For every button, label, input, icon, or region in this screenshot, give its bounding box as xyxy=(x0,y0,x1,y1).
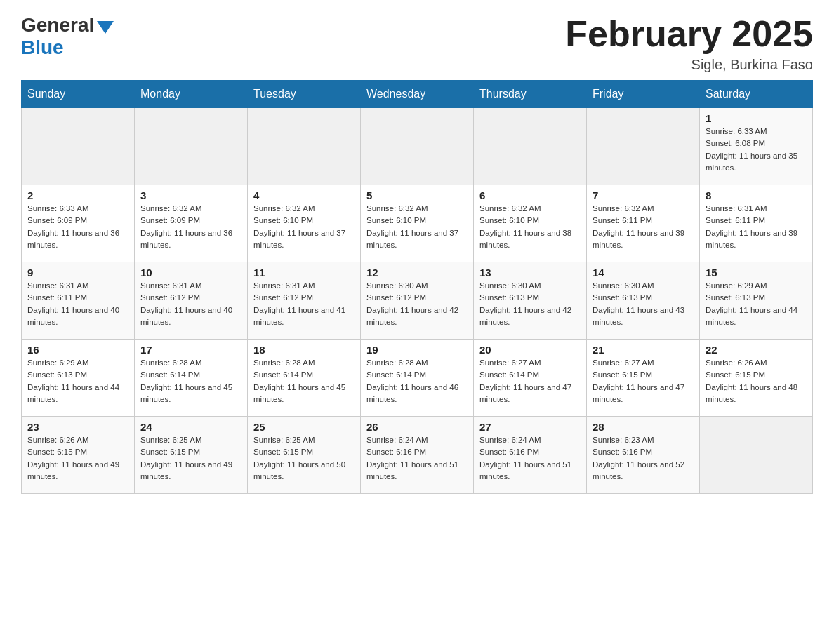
calendar-cell: 25Sunrise: 6:25 AM Sunset: 6:15 PM Dayli… xyxy=(248,417,361,494)
calendar-cell: 7Sunrise: 6:32 AM Sunset: 6:11 PM Daylig… xyxy=(587,185,700,262)
calendar-cell: 11Sunrise: 6:31 AM Sunset: 6:12 PM Dayli… xyxy=(248,262,361,340)
header-day-friday: Friday xyxy=(587,81,700,108)
calendar-week-row: 2Sunrise: 6:33 AM Sunset: 6:09 PM Daylig… xyxy=(22,185,813,262)
day-info: Sunrise: 6:31 AM Sunset: 6:12 PM Dayligh… xyxy=(253,280,355,328)
day-info: Sunrise: 6:31 AM Sunset: 6:12 PM Dayligh… xyxy=(140,280,241,328)
day-info: Sunrise: 6:24 AM Sunset: 6:16 PM Dayligh… xyxy=(366,434,468,483)
day-info: Sunrise: 6:23 AM Sunset: 6:16 PM Dayligh… xyxy=(593,434,694,483)
day-info: Sunrise: 6:32 AM Sunset: 6:10 PM Dayligh… xyxy=(253,203,355,251)
calendar-week-row: 9Sunrise: 6:31 AM Sunset: 6:11 PM Daylig… xyxy=(22,262,813,340)
day-info: Sunrise: 6:28 AM Sunset: 6:14 PM Dayligh… xyxy=(253,357,355,405)
day-number: 24 xyxy=(140,421,241,433)
calendar-cell xyxy=(700,417,813,494)
calendar-cell: 4Sunrise: 6:32 AM Sunset: 6:10 PM Daylig… xyxy=(248,185,361,262)
calendar-cell: 6Sunrise: 6:32 AM Sunset: 6:10 PM Daylig… xyxy=(474,185,587,262)
day-number: 23 xyxy=(27,421,128,433)
day-number: 19 xyxy=(366,344,468,356)
day-info: Sunrise: 6:29 AM Sunset: 6:13 PM Dayligh… xyxy=(706,280,807,328)
day-number: 8 xyxy=(706,189,807,201)
header-day-thursday: Thursday xyxy=(474,81,587,108)
calendar-week-row: 16Sunrise: 6:29 AM Sunset: 6:13 PM Dayli… xyxy=(22,340,813,417)
location: Sigle, Burkina Faso xyxy=(565,57,813,73)
day-info: Sunrise: 6:26 AM Sunset: 6:15 PM Dayligh… xyxy=(27,434,128,483)
calendar-cell: 3Sunrise: 6:32 AM Sunset: 6:09 PM Daylig… xyxy=(135,185,248,262)
day-info: Sunrise: 6:28 AM Sunset: 6:14 PM Dayligh… xyxy=(366,357,468,405)
day-number: 5 xyxy=(366,189,468,201)
day-number: 16 xyxy=(27,344,128,356)
day-number: 20 xyxy=(479,344,581,356)
calendar-cell: 13Sunrise: 6:30 AM Sunset: 6:13 PM Dayli… xyxy=(474,262,587,340)
day-info: Sunrise: 6:33 AM Sunset: 6:08 PM Dayligh… xyxy=(706,126,807,174)
day-number: 18 xyxy=(253,344,355,356)
day-number: 13 xyxy=(479,267,581,279)
calendar-cell: 20Sunrise: 6:27 AM Sunset: 6:14 PM Dayli… xyxy=(474,340,587,417)
day-number: 26 xyxy=(366,421,468,433)
calendar-cell: 24Sunrise: 6:25 AM Sunset: 6:15 PM Dayli… xyxy=(135,417,248,494)
day-number: 12 xyxy=(366,267,468,279)
day-number: 9 xyxy=(27,267,128,279)
day-number: 22 xyxy=(706,344,807,356)
header-day-monday: Monday xyxy=(135,81,248,108)
calendar-cell xyxy=(22,108,135,185)
calendar-cell xyxy=(248,108,361,185)
logo: General Blue xyxy=(21,14,114,59)
day-info: Sunrise: 6:32 AM Sunset: 6:09 PM Dayligh… xyxy=(140,203,241,251)
day-number: 2 xyxy=(27,189,128,201)
day-number: 17 xyxy=(140,344,241,356)
calendar-header-row: SundayMondayTuesdayWednesdayThursdayFrid… xyxy=(22,81,813,108)
header-day-wednesday: Wednesday xyxy=(361,81,474,108)
day-number: 28 xyxy=(593,421,694,433)
day-number: 25 xyxy=(253,421,355,433)
day-info: Sunrise: 6:32 AM Sunset: 6:10 PM Dayligh… xyxy=(366,203,468,251)
day-info: Sunrise: 6:28 AM Sunset: 6:14 PM Dayligh… xyxy=(140,357,241,405)
day-number: 4 xyxy=(253,189,355,201)
calendar-cell: 14Sunrise: 6:30 AM Sunset: 6:13 PM Dayli… xyxy=(587,262,700,340)
header-day-saturday: Saturday xyxy=(700,81,813,108)
calendar-cell: 10Sunrise: 6:31 AM Sunset: 6:12 PM Dayli… xyxy=(135,262,248,340)
day-number: 27 xyxy=(479,421,581,433)
calendar-table: SundayMondayTuesdayWednesdayThursdayFrid… xyxy=(21,80,813,494)
calendar-cell: 1Sunrise: 6:33 AM Sunset: 6:08 PM Daylig… xyxy=(700,108,813,185)
calendar-cell: 21Sunrise: 6:27 AM Sunset: 6:15 PM Dayli… xyxy=(587,340,700,417)
calendar-cell xyxy=(361,108,474,185)
day-number: 1 xyxy=(706,112,807,124)
header: General Blue February 2025 Sigle, Burkin… xyxy=(21,14,813,73)
day-info: Sunrise: 6:27 AM Sunset: 6:14 PM Dayligh… xyxy=(479,357,581,405)
calendar-cell: 9Sunrise: 6:31 AM Sunset: 6:11 PM Daylig… xyxy=(22,262,135,340)
calendar-cell: 2Sunrise: 6:33 AM Sunset: 6:09 PM Daylig… xyxy=(22,185,135,262)
header-day-sunday: Sunday xyxy=(22,81,135,108)
calendar-cell: 15Sunrise: 6:29 AM Sunset: 6:13 PM Dayli… xyxy=(700,262,813,340)
day-number: 14 xyxy=(593,267,694,279)
calendar-week-row: 1Sunrise: 6:33 AM Sunset: 6:08 PM Daylig… xyxy=(22,108,813,185)
day-number: 3 xyxy=(140,189,241,201)
day-info: Sunrise: 6:30 AM Sunset: 6:12 PM Dayligh… xyxy=(366,280,468,328)
day-info: Sunrise: 6:27 AM Sunset: 6:15 PM Dayligh… xyxy=(593,357,694,405)
logo-blue-text: Blue xyxy=(21,36,64,59)
day-info: Sunrise: 6:33 AM Sunset: 6:09 PM Dayligh… xyxy=(27,203,128,251)
day-info: Sunrise: 6:32 AM Sunset: 6:10 PM Dayligh… xyxy=(479,203,581,251)
day-info: Sunrise: 6:25 AM Sunset: 6:15 PM Dayligh… xyxy=(253,434,355,483)
calendar-cell: 26Sunrise: 6:24 AM Sunset: 6:16 PM Dayli… xyxy=(361,417,474,494)
calendar-cell: 16Sunrise: 6:29 AM Sunset: 6:13 PM Dayli… xyxy=(22,340,135,417)
day-info: Sunrise: 6:29 AM Sunset: 6:13 PM Dayligh… xyxy=(27,357,128,405)
calendar-cell: 18Sunrise: 6:28 AM Sunset: 6:14 PM Dayli… xyxy=(248,340,361,417)
day-info: Sunrise: 6:32 AM Sunset: 6:11 PM Dayligh… xyxy=(593,203,694,251)
calendar-cell: 27Sunrise: 6:24 AM Sunset: 6:16 PM Dayli… xyxy=(474,417,587,494)
calendar-cell xyxy=(135,108,248,185)
month-title: February 2025 xyxy=(565,14,813,54)
calendar-cell: 8Sunrise: 6:31 AM Sunset: 6:11 PM Daylig… xyxy=(700,185,813,262)
calendar-cell: 12Sunrise: 6:30 AM Sunset: 6:12 PM Dayli… xyxy=(361,262,474,340)
day-number: 11 xyxy=(253,267,355,279)
calendar-week-row: 23Sunrise: 6:26 AM Sunset: 6:15 PM Dayli… xyxy=(22,417,813,494)
logo-general-text: General xyxy=(21,14,94,36)
calendar-cell xyxy=(587,108,700,185)
day-info: Sunrise: 6:31 AM Sunset: 6:11 PM Dayligh… xyxy=(706,203,807,251)
day-info: Sunrise: 6:31 AM Sunset: 6:11 PM Dayligh… xyxy=(27,280,128,328)
calendar-cell: 22Sunrise: 6:26 AM Sunset: 6:15 PM Dayli… xyxy=(700,340,813,417)
day-number: 6 xyxy=(479,189,581,201)
day-info: Sunrise: 6:30 AM Sunset: 6:13 PM Dayligh… xyxy=(479,280,581,328)
calendar-cell: 28Sunrise: 6:23 AM Sunset: 6:16 PM Dayli… xyxy=(587,417,700,494)
calendar-cell: 23Sunrise: 6:26 AM Sunset: 6:15 PM Dayli… xyxy=(22,417,135,494)
calendar-cell: 19Sunrise: 6:28 AM Sunset: 6:14 PM Dayli… xyxy=(361,340,474,417)
calendar-cell xyxy=(474,108,587,185)
